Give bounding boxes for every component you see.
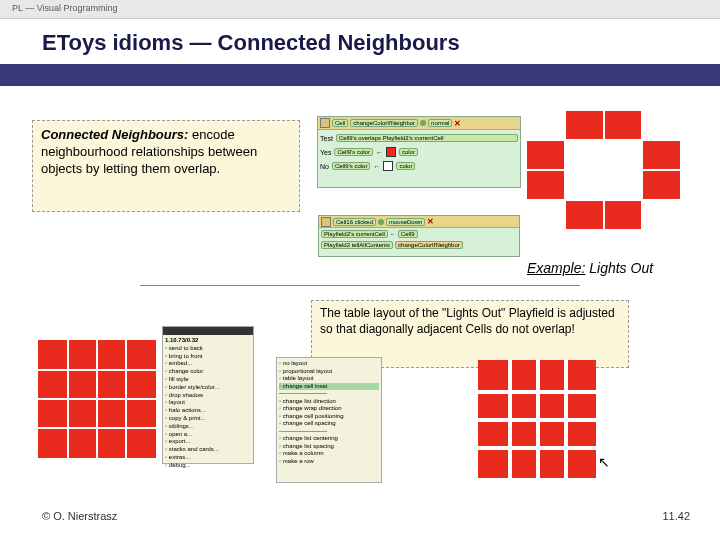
script-owner: Cell (332, 119, 348, 127)
spaced-grid (478, 360, 596, 478)
menu-item: ◦ drop shadow (165, 392, 251, 400)
menu-item: ◦ export... (165, 438, 251, 446)
menu-item: ◦ proportional layout (279, 368, 379, 376)
yes-label: Yes (320, 149, 331, 156)
menu-item: ◦ copy & print... (165, 415, 251, 423)
example-rest: Lights Out (585, 260, 653, 276)
board-cell (604, 140, 643, 170)
color-patch-icon (383, 161, 393, 171)
menu-item: ◦ siblings... (165, 423, 251, 431)
example-u: Example: (527, 260, 585, 276)
no-label: No (320, 163, 329, 170)
test-expr: Cell9's overlaps Playfield2's currentCel… (336, 134, 518, 142)
menu-item: ◦ change cell positioning (279, 413, 379, 421)
menu-item: ◦ make a column (279, 450, 379, 458)
menu-item: ◦ halo actions... (165, 407, 251, 415)
menu-item: ◦ make a row (279, 458, 379, 466)
board-cell (604, 170, 643, 200)
no-r: color (396, 162, 415, 170)
script-mode2: mouseDown (386, 218, 425, 226)
menu-title (163, 327, 253, 335)
board-cell (526, 170, 565, 200)
divider (140, 285, 580, 286)
menu-item: ◦ embed... (165, 360, 251, 368)
menu-item: ◦ change cell spacing (279, 420, 379, 428)
menu-item: ◦ debug... (165, 462, 251, 470)
color-patch-icon (386, 147, 396, 157)
menu-item: ◦ change list spacing (279, 443, 379, 451)
run-dot-icon (378, 219, 384, 225)
footer-page: 11.42 (662, 510, 690, 522)
board-cell (642, 140, 681, 170)
menu-item: ◦ change list direction (279, 398, 379, 406)
etoys-script-clicked: Cell16 clicked mouseDown ✕ Playfield2's … (318, 215, 520, 257)
s2-r2a: Playfield2 tellAllContents (321, 241, 393, 249)
menu-item: ◦ border style/color... (165, 384, 251, 392)
menu-item: ◦ table layout (279, 375, 379, 383)
board-cell (642, 170, 681, 200)
s2-r1a: Playfield2's currentCell (321, 230, 388, 238)
close-icon: ✕ (427, 217, 434, 226)
menu-item: ———————— (279, 390, 379, 398)
definition-lead: Connected Neighbours: (41, 127, 188, 142)
menu-item: ———————— (279, 428, 379, 436)
script-name: changeColorIfNeighbor (350, 119, 418, 127)
title-band (0, 64, 720, 86)
menu-item: ◦ change cell inset (279, 383, 379, 391)
menu-item: ◦ layout (165, 399, 251, 407)
yes-l: Cell9's color (334, 148, 373, 156)
slide-title: EToys idioms — Connected Neighbours (42, 30, 460, 56)
test-label: Test (320, 135, 333, 142)
board-cell (604, 110, 643, 140)
board-cell (565, 140, 604, 170)
yes-r: color (399, 148, 418, 156)
menu-item: ◦ change list centering (279, 435, 379, 443)
board-cell (642, 110, 681, 140)
footer-author: © O. Nierstrasz (42, 510, 117, 522)
menu-item: ◦ bring to front (165, 353, 251, 361)
cursor-icon: ↖ (598, 454, 610, 470)
board-cell (565, 110, 604, 140)
menu-item: ◦ change wrap direction (279, 405, 379, 413)
script-handle-icon (321, 217, 331, 227)
menu-item: ◦ extras... (165, 454, 251, 462)
s2-r2b: changeColorIfNeighbor (395, 241, 463, 249)
no-l: Cell9's color (332, 162, 371, 170)
board-cell (565, 200, 604, 230)
menu-item: ◦ send to back (165, 345, 251, 353)
board-cell (642, 200, 681, 230)
menu-item: ◦ fill style (165, 376, 251, 384)
board-cell (565, 170, 604, 200)
s2-r1b: Cell9 (398, 230, 418, 238)
run-dot-icon (420, 120, 426, 126)
script-handle-icon (320, 118, 330, 128)
layout-menu: ◦ no layout◦ proportional layout◦ table … (276, 357, 382, 483)
menu-item: ◦ open a... (165, 431, 251, 439)
halo-menu: 1.10.73/0.32◦ send to back◦ bring to fro… (162, 326, 254, 464)
menu-item: ◦ stacks and cards... (165, 446, 251, 454)
board-cell (526, 140, 565, 170)
red-white-board (526, 110, 681, 230)
board-cell (526, 110, 565, 140)
script-mode: normal (428, 119, 452, 127)
script-name2: Cell16 clicked (333, 218, 376, 226)
board-cell (604, 200, 643, 230)
board-cell (526, 200, 565, 230)
header-course: PL — Visual Programming (12, 3, 118, 13)
definition-box: Connected Neighbours: encode neighbourho… (32, 120, 300, 212)
example-label: Example: Lights Out (527, 260, 653, 276)
etoys-script-changeColor: Cell changeColorIfNeighbor normal ✕ Test… (317, 116, 521, 188)
menu-item: ◦ change color (165, 368, 251, 376)
close-icon: ✕ (454, 119, 461, 128)
overlap-grid (38, 340, 156, 458)
menu-item: ◦ no layout (279, 360, 379, 368)
